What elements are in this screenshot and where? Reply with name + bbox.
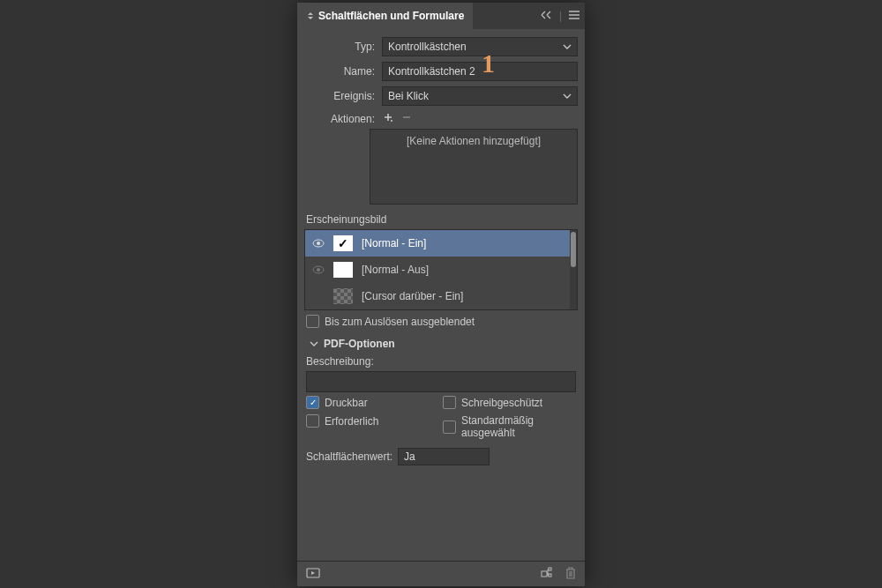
state-normal-off[interactable]: [Normal - Aus] [305,257,577,283]
svg-point-0 [391,120,392,122]
printable-checkbox[interactable]: ✓ [306,396,319,409]
description-label: Beschreibung: [297,354,585,371]
button-value-label: Schaltflächenwert: [306,450,392,463]
collapse-panel-icon[interactable] [540,10,552,22]
panel-menu-icon[interactable] [569,10,579,22]
button-value-row: Schaltflächenwert: Ja [297,443,585,471]
panel-title: Schaltflächen und Formulare [318,10,464,22]
pdf-options-label: PDF-Optionen [324,338,395,350]
pdf-options-section[interactable]: PDF-Optionen [297,332,585,354]
hidden-until-trigger-row: Bis zum Auslösen ausgeblendet [297,310,585,332]
chevron-down-icon [563,42,572,51]
state-swatch [333,288,353,304]
default-selected-label: Standardmäßig ausgewählt [461,414,576,439]
states-scrollbar[interactable] [570,230,577,309]
printable-label: Druckbar [325,397,368,409]
appearance-states: ✓ [Normal - Ein] [Normal - Aus] [Cursor … [304,229,578,310]
remove-action-icon[interactable] [401,112,412,125]
trash-icon[interactable] [565,567,576,582]
state-label: [Normal - Ein] [362,237,426,249]
collapse-icon [306,11,315,20]
type-row: Typ: Kontrollkästchen [297,34,585,59]
svg-rect-8 [549,574,551,577]
state-swatch: ✓ [333,235,353,251]
annotation-callout: 1 [482,48,495,78]
required-label: Erforderlich [325,415,378,428]
add-action-icon[interactable] [382,111,394,126]
panel-tabbar: Schaltflächen und Formulare | [297,3,585,29]
visibility-icon[interactable] [312,265,325,274]
actions-label: Aktionen: [304,113,375,125]
state-swatch [333,262,353,278]
chevron-down-icon [310,339,318,348]
buttons-forms-panel: Schaltflächen und Formulare | Typ: Kontr… [297,3,585,586]
svg-point-2 [317,242,320,245]
visibility-icon[interactable] [312,239,325,248]
state-label: [Cursor darüber - Ein] [362,290,463,302]
name-label: Name: [304,65,375,78]
event-row: Ereignis: Bei Klick [297,84,585,108]
description-input[interactable] [306,371,576,392]
hidden-until-trigger-checkbox[interactable] [306,315,319,328]
actions-empty-text: [Keine Aktionen hinzugefügt] [407,135,541,147]
event-select[interactable]: Bei Klick [382,86,578,106]
event-label: Ereignis: [304,90,375,102]
name-value: Kontrollkästchen 2 [388,63,475,80]
default-selected-checkbox[interactable] [443,421,456,434]
state-normal-on[interactable]: ✓ [Normal - Ein] [305,230,577,257]
name-input[interactable]: Kontrollkästchen 2 [382,62,578,81]
panel-tab[interactable]: Schaltflächen und Formulare [297,3,473,29]
type-value: Kontrollkästchen [388,38,467,56]
svg-point-4 [317,268,320,272]
chevron-down-icon [563,92,572,100]
event-value: Bei Klick [388,87,429,105]
actions-row: Aktionen: [297,108,585,129]
preview-icon[interactable] [306,568,320,581]
appearance-label: Erscheinungsbild [297,210,585,229]
state-hover-on[interactable]: [Cursor darüber - Ein] [305,283,577,309]
state-label: [Normal - Aus] [362,264,429,276]
required-checkbox[interactable] [306,414,319,428]
hidden-until-trigger-label: Bis zum Auslösen ausgeblendet [325,316,475,328]
type-select[interactable]: Kontrollkästchen [382,37,578,56]
readonly-label: Schreibgeschützt [461,397,542,409]
button-value-input[interactable]: Ja [398,448,490,465]
convert-icon[interactable] [541,567,555,582]
actions-list[interactable]: [Keine Aktionen hinzugefügt] [370,129,578,205]
name-row: Name: Kontrollkästchen 2 [297,59,585,84]
panel-footer [297,561,585,586]
svg-rect-7 [549,568,551,570]
svg-rect-6 [542,571,547,577]
pdf-options-grid: ✓ Druckbar Erforderlich Schreibgeschützt… [297,392,585,443]
type-label: Typ: [304,41,375,53]
readonly-checkbox[interactable] [443,396,456,409]
